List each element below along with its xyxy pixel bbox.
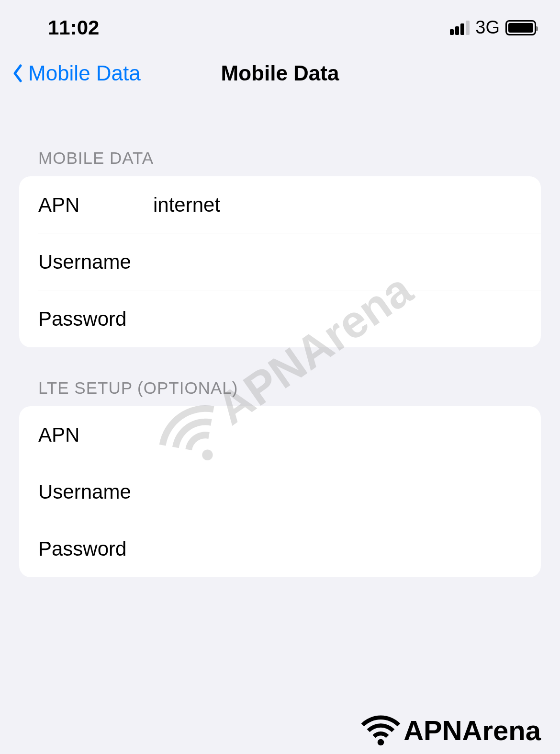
section-header-mobile-data: MOBILE DATA [0,149,560,176]
settings-row-apn[interactable]: APN [19,176,541,233]
back-button[interactable]: Mobile Data [12,61,141,85]
settings-row-lte-username[interactable]: Username [19,463,541,520]
battery-icon [505,20,536,35]
lte-username-input[interactable] [153,480,522,503]
chevron-left-icon [12,64,23,83]
apn-input[interactable] [153,194,522,217]
logo-watermark: APNArena [360,713,541,747]
section-header-lte-setup: LTE SETUP (OPTIONAL) [0,378,560,406]
lte-apn-input[interactable] [153,423,522,446]
lte-apn-label: APN [38,423,153,446]
signal-strength-icon [450,21,470,35]
lte-password-label: Password [38,537,153,560]
network-type: 3G [475,17,500,38]
logo-text: APNArena [403,714,541,746]
settings-row-lte-apn[interactable]: APN [19,406,541,463]
status-time: 11:02 [48,16,99,39]
password-label: Password [38,308,153,331]
settings-row-password[interactable]: Password [19,290,541,347]
back-button-label: Mobile Data [28,61,141,85]
status-bar: 11:02 3G [0,0,560,53]
username-input[interactable] [153,251,522,274]
settings-group-lte-setup: APN Username Password [19,406,541,577]
lte-password-input[interactable] [153,537,522,560]
apn-label: APN [38,194,153,217]
svg-point-0 [378,739,384,746]
password-input[interactable] [153,308,522,331]
username-label: Username [38,251,153,274]
lte-username-label: Username [38,480,153,503]
status-indicators: 3G [450,17,536,38]
wifi-icon [360,713,401,747]
settings-row-username[interactable]: Username [19,233,541,290]
settings-group-mobile-data: APN Username Password [19,176,541,347]
settings-row-lte-password[interactable]: Password [19,520,541,577]
nav-bar: Mobile Data Mobile Data [0,53,560,110]
